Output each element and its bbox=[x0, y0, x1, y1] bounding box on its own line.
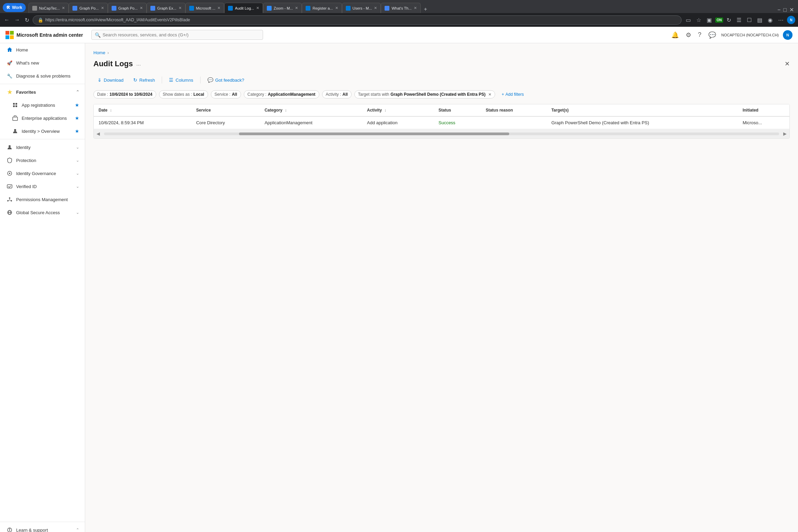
breadcrumb-home-link[interactable]: Home bbox=[93, 50, 105, 55]
tab-zoom[interactable]: Zoom - M... ✕ bbox=[263, 3, 302, 13]
tab-favicon bbox=[306, 6, 310, 11]
pill-close-icon[interactable]: ✕ bbox=[488, 92, 491, 97]
filter-pill-service[interactable]: Service : All bbox=[211, 90, 241, 99]
extension2-icon[interactable]: ▤ bbox=[755, 15, 764, 25]
sidebar-item-verified[interactable]: Verified ID ⌄ bbox=[0, 180, 85, 193]
sidebar-item-home[interactable]: Home bbox=[0, 43, 85, 56]
browser-tabs: 🛠 Work NoCapTec... ✕ Graph Po... ✕ Graph… bbox=[0, 0, 798, 13]
filter-pill-activity[interactable]: Activity : All bbox=[322, 90, 352, 99]
settings-icon[interactable]: ⚙ bbox=[684, 30, 693, 40]
tab-close-icon[interactable]: ✕ bbox=[62, 6, 65, 10]
tab-auditlog[interactable]: Audit Log... ✕ bbox=[224, 3, 263, 13]
filter-pill-category[interactable]: Category : ApplicationManagement bbox=[244, 90, 319, 99]
sidebar-section-favorites[interactable]: ★ Favorites ⌃ bbox=[0, 85, 85, 99]
search-input[interactable] bbox=[91, 30, 263, 40]
tab-close-icon[interactable]: ✕ bbox=[101, 6, 104, 10]
tab-whats[interactable]: What's Th... ✕ bbox=[381, 3, 420, 13]
download-btn[interactable]: ⇓ Download bbox=[93, 75, 128, 85]
columns-btn[interactable]: ☰ Columns bbox=[165, 75, 197, 85]
tab-favicon bbox=[228, 6, 233, 11]
tab-work[interactable]: 🛠 Work bbox=[3, 3, 26, 12]
filter-pill-target[interactable]: Target starts with Graph PowerShell Demo… bbox=[354, 90, 495, 99]
address-bar[interactable]: 🔒 https://entra.microsoft.com/#view/Micr… bbox=[33, 15, 682, 25]
scroll-right-icon[interactable]: ▶ bbox=[780, 130, 789, 137]
filter-pill-dates-as[interactable]: Show dates as : Local bbox=[159, 90, 208, 99]
refresh-icon[interactable]: ↻ bbox=[725, 15, 733, 25]
tab-register[interactable]: Register a... ✕ bbox=[302, 3, 342, 13]
col-category[interactable]: Category ↕ bbox=[260, 104, 362, 116]
page-close-btn[interactable]: ✕ bbox=[785, 60, 790, 68]
refresh-btn[interactable]: ↻ Refresh bbox=[129, 75, 159, 85]
reload-btn[interactable]: ↻ bbox=[23, 15, 31, 25]
scroll-thumb[interactable] bbox=[239, 132, 509, 135]
app-reg-label: App registrations bbox=[22, 103, 71, 108]
tab-close-icon[interactable]: ✕ bbox=[335, 6, 338, 10]
sidebar-item-diagnose[interactable]: 🔧 Diagnose & solve problems bbox=[0, 69, 85, 82]
feedback-btn[interactable]: 💬 Got feedback? bbox=[203, 75, 249, 85]
help-icon[interactable]: ? bbox=[697, 30, 703, 40]
col-targets[interactable]: Target(s) bbox=[547, 104, 738, 116]
more-icon[interactable]: ⋯ bbox=[776, 15, 786, 25]
diagnose-label: Diagnose & solve problems bbox=[16, 73, 79, 79]
col-activity[interactable]: Activity ↕ bbox=[362, 104, 434, 116]
tab-close-icon[interactable]: ✕ bbox=[140, 6, 143, 10]
forward-btn[interactable]: → bbox=[13, 15, 21, 24]
scroll-left-icon[interactable]: ◀ bbox=[94, 130, 103, 137]
tab-close-icon[interactable]: ✕ bbox=[374, 6, 377, 10]
tab-close-icon[interactable]: ✕ bbox=[414, 6, 417, 10]
tab-graphpo2[interactable]: Graph Po... ✕ bbox=[108, 3, 147, 13]
col-initiated[interactable]: Initiated bbox=[738, 104, 789, 116]
sidebar-item-global-access[interactable]: Global Secure Access ⌄ bbox=[0, 206, 85, 219]
tab-close-icon[interactable]: ✕ bbox=[295, 6, 298, 10]
tab-microsoft[interactable]: Microsoft ... ✕ bbox=[185, 3, 225, 13]
new-tab-btn[interactable]: + bbox=[422, 5, 429, 13]
tab-close-icon[interactable]: ✕ bbox=[256, 6, 259, 10]
user-avatar-main[interactable]: N bbox=[783, 30, 793, 40]
tab-nocaptech[interactable]: NoCapTec... ✕ bbox=[28, 3, 69, 13]
bookmark-icon[interactable]: ☆ bbox=[694, 15, 703, 25]
feedback-icon[interactable]: 💬 bbox=[707, 30, 717, 40]
add-filter-btn[interactable]: + Add filters bbox=[498, 90, 527, 99]
extension-icon[interactable]: ▣ bbox=[705, 15, 714, 25]
sidebar-item-governance[interactable]: Identity Governance ⌄ bbox=[0, 167, 85, 180]
col-status[interactable]: Status bbox=[434, 104, 481, 116]
col-status-reason[interactable]: Status reason bbox=[481, 104, 546, 116]
cast-icon[interactable]: ▭ bbox=[684, 15, 693, 25]
tab-users[interactable]: Users - M... ✕ bbox=[342, 3, 381, 13]
tab-graphex[interactable]: Graph Ex... ✕ bbox=[147, 3, 185, 13]
tab-graphpo1[interactable]: Graph Po... ✕ bbox=[69, 3, 107, 13]
sidebar-toggle-icon[interactable]: ☰ bbox=[734, 15, 743, 25]
minimize-btn[interactable]: − bbox=[777, 7, 780, 13]
shield-icon[interactable]: ◉ bbox=[766, 15, 775, 25]
sidebar-item-enterprise-apps[interactable]: Enterprise applications ★ bbox=[0, 112, 85, 125]
sidebar-item-learn[interactable]: Learn & support ⌃ bbox=[0, 523, 85, 532]
col-service[interactable]: Service bbox=[191, 104, 260, 116]
table-row[interactable]: 10/6/2024, 8:59:34 PM Core Directory App… bbox=[94, 116, 789, 129]
svg-point-9 bbox=[14, 129, 16, 131]
sidebar-item-app-registrations[interactable]: App registrations ★ bbox=[0, 99, 85, 112]
tab-close-icon[interactable]: ✕ bbox=[179, 6, 182, 10]
content-area: Home › Audit Logs ... ✕ ⇓ Download ↻ Ref… bbox=[85, 43, 798, 146]
maximize-btn[interactable]: □ bbox=[783, 7, 787, 13]
col-date[interactable]: Date ↕ bbox=[94, 104, 191, 116]
sort-icon-act: ↕ bbox=[384, 108, 386, 112]
svg-point-22 bbox=[9, 529, 10, 529]
close-btn[interactable]: ✕ bbox=[789, 7, 794, 13]
columns-icon: ☰ bbox=[169, 77, 173, 83]
sidebar-item-whatsnew[interactable]: 🚀 What's new bbox=[0, 56, 85, 69]
page-menu-icon[interactable]: ... bbox=[136, 61, 141, 67]
sidebar-item-protection[interactable]: Protection ⌄ bbox=[0, 154, 85, 167]
user-avatar[interactable]: N bbox=[787, 16, 795, 24]
microsoft-logo-icon bbox=[5, 31, 14, 39]
browser-actions: ▭ ☆ ▣ ON ↻ ☰ ☐ ▤ ◉ ⋯ N bbox=[684, 15, 795, 25]
back-btn[interactable]: ← bbox=[3, 15, 11, 24]
filter-pill-date[interactable]: Date : 10/6/2024 to 10/6/2024 bbox=[93, 90, 156, 99]
notifications-icon[interactable]: 🔔 bbox=[670, 30, 680, 40]
user-label: NOCAPTECH (NOCAPTECH.CH) bbox=[721, 33, 779, 37]
screenshot-icon[interactable]: ☐ bbox=[745, 15, 754, 25]
sidebar-item-permissions[interactable]: Permissions Management bbox=[0, 193, 85, 206]
svg-rect-4 bbox=[13, 103, 15, 105]
sidebar-item-identity-overview[interactable]: Identity > Overview ★ bbox=[0, 125, 85, 138]
tab-close-icon[interactable]: ✕ bbox=[217, 6, 220, 10]
sidebar-item-identity[interactable]: Identity ⌄ bbox=[0, 141, 85, 154]
